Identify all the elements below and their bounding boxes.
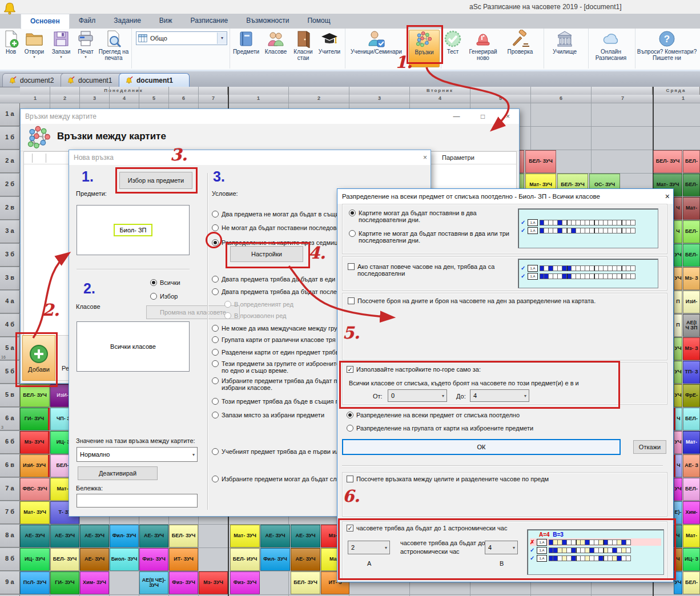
timetable-card[interactable]: Ч [674,454,682,477]
ribbon-button-Генерирай ново[interactable]: Генерирай ново [464,30,502,61]
row-label-2а[interactable]: 2 а [0,150,20,173]
timetable-card[interactable]: АЕ(I Ч ЗП [683,314,700,337]
timetable-card[interactable]: П [674,291,682,313]
condition-option-9[interactable]: Разделени карти от един предмет трябв [212,349,339,356]
row-label-5в[interactable]: 5 в [0,384,20,407]
classes-listbox[interactable]: Всички класове [77,321,190,372]
cards-consecutive-no-radio[interactable]: Картите не могат да бъдат поставяни в дв… [349,230,514,244]
condition-option-5[interactable]: В определеният ред [224,301,293,308]
astronomic-b-combobox[interactable]: 4▾ [485,541,518,554]
timetable-card[interactable]: БЕЛ- [683,244,700,267]
row-label-3б[interactable]: 3 б [0,243,20,267]
timetable-card[interactable]: ИЦ- З [683,548,700,571]
ribbon-button-Печат[interactable]: Печат▾ [74,30,97,59]
document-tab-0[interactable]: document2 [2,73,70,87]
timetable-card[interactable]: Ч [674,408,682,430]
timetable-card[interactable]: Фил- ЗУЧ [110,525,139,547]
row-label-6а[interactable]: 6 а3 [0,407,20,430]
close-icon[interactable]: × [665,189,670,204]
timetable-card[interactable]: Мз- З [683,267,700,290]
astronomic-a-combobox[interactable]: 2▾ [348,541,390,554]
timetable-card[interactable]: Ч [674,548,682,571]
row-label-1а[interactable]: 1 а [0,103,20,126]
timetable-card[interactable]: УЧ [674,361,682,384]
chevron-down-icon[interactable]: ▾ [217,33,227,44]
timetable-card[interactable]: Физ- ЗУЧ [139,548,168,571]
timetable-card[interactable]: УЧ [674,384,682,407]
distribute-each-radio[interactable]: Разпределение на всеки предмет от списък… [347,412,520,418]
link-split-checkbox[interactable]: Посочете връзката между целите и разделе… [347,476,549,482]
timetable-card[interactable]: БЕЛ- [683,571,700,594]
ribbon-button-Връзки[interactable]: Връзки [409,30,440,67]
ribbon-button-Ученици/Семинари[interactable]: Ученици/Семинари [346,30,407,55]
condition-option-14[interactable]: Учебният предмет трябва да е първи ил [212,448,340,455]
timetable-card[interactable]: БЕЛ- ЗУЧ [50,548,79,571]
timetable-card[interactable]: АЕ(II ЧЕ)- ЗУЧ [139,571,168,594]
condition-option-3[interactable]: Двата предмета трябва да бъдат в еди [212,276,335,283]
row-label-3а[interactable]: 3 а [0,220,20,243]
timetable-card[interactable]: УЧ [674,571,682,594]
timetable-card[interactable]: ФрЕ- [683,384,700,407]
window-controls[interactable]: — □ × [453,109,516,124]
timetable-card[interactable]: АЕ- ЗУЧ [291,525,320,547]
row-label-2б[interactable]: 2 б [0,173,20,196]
condition-option-6[interactable]: В произволен ред [224,312,286,319]
timetable-card[interactable]: УЧ [674,431,682,454]
timetable-card[interactable]: ТП- З [683,361,700,384]
timetable-card[interactable]: АЕ- ЗУЧ [80,548,109,571]
ribbon-button-Онлайн Разписания[interactable]: Онлайн Разписания [589,30,633,61]
timetable-card[interactable]: АЕ- ЗУЧ [20,525,50,547]
timetable-card[interactable]: Мз- З [683,337,700,360]
timetable-card[interactable]: Физ- ЗУЧ [230,571,260,594]
timetable-card[interactable]: УЧ [674,244,682,267]
timetable-card[interactable]: АЕ- ЗУЧ [260,525,290,547]
timetable-card[interactable]: Хим- [683,501,700,524]
condition-option-4[interactable]: Двата предмета трябва да бъдат после [212,288,337,295]
ribbon-button-Нов[interactable]: Нов [1,30,21,55]
row-label-1б[interactable]: 1 б [0,126,20,150]
timetable-card[interactable]: БЕЛ- ЗУЧ [169,525,198,547]
cancel-button[interactable]: Откажи [633,440,666,454]
timetable-card[interactable]: АЕ- З [683,454,700,477]
timetable-card[interactable]: БЕЛ- [683,478,700,501]
ribbon-button-Класове[interactable]: Класове [262,30,290,55]
ribbon-button-Класни стаи[interactable]: Класни стаи [290,30,316,61]
condition-option-0[interactable]: Два предмета не могат да бъдат в същи [212,211,339,218]
timetable-card[interactable]: БЕЛ- [683,174,700,196]
timetable-card[interactable]: УЧ [674,478,682,501]
timetable-card[interactable]: ПсЛ- ЗУЧ [20,571,50,594]
timetable-card[interactable]: Мат- ЗУЧ [20,501,50,524]
timetable-card[interactable]: Мат- [683,525,700,547]
condition-option-15[interactable]: Избраните предмети могат да бъдат сле [212,476,340,482]
timetable-card[interactable]: Ч [674,525,682,547]
timetable-card[interactable]: АЕ- ЗУЧ [139,525,168,547]
condition-option-13[interactable]: Запази място за избрани предмети [212,412,324,418]
document-tab-2[interactable]: document1 [119,73,190,87]
condition-option-7[interactable]: Не може да има междучасие между груп [212,325,341,332]
classes-choose-radio[interactable]: Избор [150,293,178,300]
chevron-down-icon[interactable]: ▾ [33,55,35,59]
timetable-card[interactable]: УЧ [674,337,682,360]
timetable-card[interactable]: П [674,314,682,337]
from-combobox[interactable]: 0▾ [388,389,447,402]
ribbon-tab-Разписание[interactable]: Разписание [182,14,238,29]
more-hours-checkbox[interactable]: Ако станат повече часове на ден, трябва … [348,263,513,277]
timetable-card[interactable]: Мз- ЗУЧ [199,571,228,594]
condition-option-10[interactable]: Тези предмети за групите от изброенитепо… [212,360,340,374]
timetable-card[interactable]: ИзИ- ЗУЧ [20,454,50,477]
timetable-card[interactable]: Е)- [674,501,682,524]
timetable-card[interactable]: Физ- ЗУЧ [169,571,198,594]
ribbon-tab-Файл[interactable]: Файл [70,14,105,29]
document-tab-1[interactable]: document1 [61,73,128,87]
row-label-8а[interactable]: 8 а [0,524,20,547]
chevron-down-icon[interactable]: ▾ [60,55,62,59]
astronomic-checkbox[interactable]: часовете трябва да бъдат до 1 астрономич… [347,525,507,531]
note-input[interactable] [77,494,198,508]
row-label-8б[interactable]: 8 б [0,547,20,571]
timetable-card[interactable]: БЕЛ- [683,408,700,430]
ribbon-tab-Задание[interactable]: Задание [104,14,150,29]
row-label-5а[interactable]: 5 а16 [0,337,20,360]
classes-all-radio[interactable]: Всички [150,279,180,286]
ribbon-tab-Помощ[interactable]: Помощ [298,14,339,29]
ok-button[interactable]: ОК [342,439,621,455]
